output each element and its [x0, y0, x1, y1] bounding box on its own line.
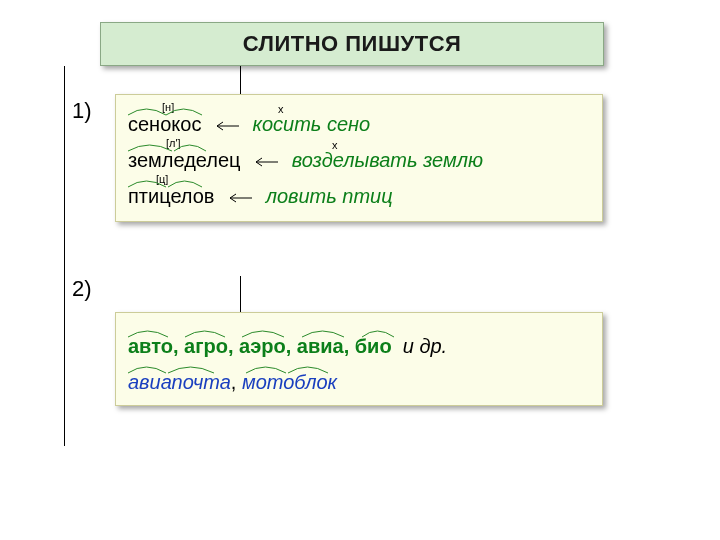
arrow-left-icon	[226, 193, 252, 203]
comma: ,	[286, 335, 292, 357]
arc-ptice-1	[126, 177, 168, 189]
def-senokos: косить сено	[253, 113, 371, 135]
arc-agro	[183, 327, 227, 339]
explanation-box-2: авто, агро, аэро, авиа, био и др. авиапо…	[115, 312, 603, 406]
box2-prefixes-line: авто, агро, аэро, авиа, био и др.	[128, 335, 447, 358]
def-zemledelec: возделывать землю	[292, 149, 483, 171]
prefixes-etc: и др.	[403, 335, 447, 357]
x-mark-1: х	[278, 103, 284, 115]
arc-aviapochta-2	[166, 363, 216, 375]
comma: ,	[231, 371, 237, 393]
header-title: СЛИТНО ПИШУТСЯ	[243, 31, 462, 57]
arrow-left-icon	[252, 157, 278, 167]
x-mark-2: х	[332, 139, 338, 151]
arrow-left-icon	[213, 121, 239, 131]
comma: ,	[173, 335, 179, 357]
arc-zemle-1	[126, 141, 174, 153]
connector-line-2	[240, 276, 241, 316]
explanation-box-1: сенокос косить сено [н] х земледелец воз…	[115, 94, 603, 222]
arc-bio	[360, 327, 396, 339]
arc-motoblok-2	[286, 363, 330, 375]
list-number-2: 2)	[72, 276, 92, 302]
def-pticelov: ловить птиц	[266, 185, 393, 207]
arc-senokos-2	[164, 105, 204, 117]
arc-avia	[300, 327, 346, 339]
arc-aviapochta-1	[126, 363, 168, 375]
list-number-1: 1)	[72, 98, 92, 124]
arc-zemle-2	[172, 141, 208, 153]
arc-aero	[240, 327, 286, 339]
arc-motoblok-1	[244, 363, 288, 375]
comma: ,	[228, 335, 234, 357]
arc-avto	[126, 327, 170, 339]
header-banner: СЛИТНО ПИШУТСЯ	[100, 22, 604, 66]
arc-senokos-1	[126, 105, 168, 117]
arc-ptice-2	[166, 177, 204, 189]
vertical-divider	[64, 66, 65, 446]
